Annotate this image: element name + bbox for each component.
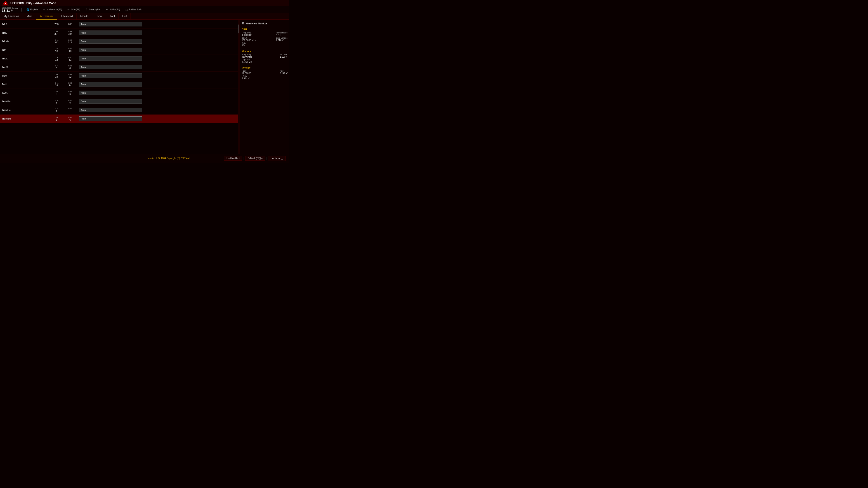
nav-tool[interactable]: Tool [106,13,119,20]
favorite-icon: ☆ [43,8,46,11]
toolbar-aura-btn[interactable]: ✦ AURA(F4) [104,8,121,12]
voltage-33v-label: +3.3V [242,75,249,77]
table-row[interactable]: TwtrLCHA24CHB24Auto [0,80,238,89]
row-cha: CHA1 [50,106,63,114]
row-cha: CHA6 [50,114,63,123]
row-name: Trtp [0,46,50,54]
row-value[interactable]: Auto [77,97,238,106]
row-value[interactable]: Auto [77,37,238,46]
row-cha: 708 [50,20,63,29]
table-row[interactable]: TwtrSCHA6CHB6Auto [0,89,238,97]
svg-rect-2 [5,3,6,4]
row-cha: CHA312 [50,37,63,46]
row-value[interactable]: Auto [77,20,238,29]
row-chb: CHB32 [63,71,77,80]
table-row[interactable]: TrtpCHA18CHB18Auto [0,46,238,54]
row-value[interactable]: Auto [77,29,238,37]
nav-boot[interactable]: Boot [93,13,106,20]
footer: Version 2.22.1284 Copyright (C) 2022 AMI… [0,154,289,163]
toolbar-myfavorite-btn[interactable]: ☆ MyFavorite(F3) [42,8,63,12]
row-value[interactable]: Auto [77,71,238,80]
table-row[interactable]: TrdrdSdCHA6CHB6Auto [0,114,238,123]
table-row[interactable]: TrrdSCHA8CHB8Auto [0,63,238,71]
globe-icon: 🌐 [26,8,29,11]
hardware-monitor-panel: 🖥 Hardware Monitor CPU Frequency 4500 MH… [240,20,289,154]
nav-aitweaker[interactable]: Ai Tweaker [36,13,57,20]
memory-capacity-label: Capacity [242,59,252,61]
nav-favorites[interactable]: My Favorites [0,13,23,20]
row-value[interactable]: Auto [77,106,238,114]
settings-table-container: Trfc1708708AutoTrfc2CHA384CHB384AutoTrfc… [0,20,238,154]
voltage-33v-value: 3.344 V [242,77,249,80]
voltage-5v-label: +5V [280,70,287,72]
table-row[interactable]: TfawCHA32CHB32Auto [0,71,238,80]
cpu-frequency-row: Frequency 4500 MHz Temperature 17°C [242,32,287,36]
header-title: UEFI BIOS Utility – Advanced Mode [10,2,287,5]
cpu-ratio-row: Ratio 45x [242,42,287,47]
memory-mc-volt-value: 1.120 V [280,56,287,58]
row-cha: CHA24 [50,80,63,89]
monitor-screen-icon: 🖥 [242,22,245,25]
cpu-memory-divider [242,48,287,48]
row-chb: CHB312 [63,37,77,46]
row-value[interactable]: Auto [77,89,238,97]
scroll-thumb [239,24,239,33]
hot-keys-btn[interactable]: Hot Keys ? [268,156,286,161]
row-cha: CHA12 [50,54,63,63]
hw-monitor-header: 🖥 Hardware Monitor [242,22,287,26]
row-name: TwtrS [0,89,50,97]
row-cha: CHA384 [50,29,63,37]
row-value[interactable]: Auto [77,54,238,63]
row-name: Trfcsb [0,37,50,46]
toolbar-resize-btn[interactable]: ⬚ ReSize BAR [124,8,143,12]
nav-main[interactable]: Main [23,13,36,20]
ez-mode-btn[interactable]: EzMode(F7)|→ [245,156,266,161]
settings-table: Trfc1708708AutoTrfc2CHA384CHB384AutoTrfc… [0,20,238,123]
nav-monitor[interactable]: Monitor [76,13,93,20]
nav-advanced[interactable]: Advanced [57,13,76,20]
memory-frequency-value: 4800 MHz [242,56,252,58]
rog-logo [2,1,8,5]
row-chb: 708 [63,20,77,29]
row-value[interactable]: Auto [77,46,238,54]
row-value[interactable]: Auto [77,63,238,71]
search-icon: ? [85,8,88,11]
table-row[interactable]: Trfc1708708Auto [0,20,238,29]
cpu-ratio-label: Ratio [242,42,246,44]
memory-frequency-label: Frequency [242,53,252,56]
gear-icon[interactable]: ⚙ [11,9,13,12]
row-name: TrrdS [0,63,50,71]
voltage-12v-label: +12V [242,70,251,72]
toolbar-search-btn[interactable]: ? Search(F9) [84,8,101,12]
row-value[interactable]: Auto [77,80,238,89]
toolbar: 12/25/2022 Sunday 18:31 ⚙ | 🌐 English ☆ … [0,6,289,13]
voltage-33v-row: +3.3V 3.344 V [242,75,287,80]
cpu-ratio-value: 45x [242,44,246,47]
toolbar-qfan-btn[interactable]: ⟳ Qfan(F6) [66,8,81,12]
footer-buttons: Last Modified | EzMode(F7)|→ | Hot Keys … [224,156,286,161]
table-row[interactable]: TrdrdSclCHA5CHB5Auto [0,97,238,106]
memory-mc-volt-label: MC Volt [280,53,287,56]
table-row[interactable]: TrfcsbCHA312CHB312Auto [0,37,238,46]
row-chb: CHB24 [63,80,77,89]
nav-exit[interactable]: Exit [119,13,131,20]
hotkey-icon: ? [281,157,283,160]
table-row[interactable]: Trfc2CHA384CHB384Auto [0,29,238,37]
memory-capacity-row: Capacity 32768 MB [242,59,287,63]
content-area: Trfc1708708AutoTrfc2CHA384CHB384AutoTrfc… [0,20,238,154]
cpu-core-voltage-value: 1.216 V [276,39,287,41]
scrollbar[interactable] [238,20,240,154]
voltage-12v-value: 12.076 V [242,72,251,74]
table-row[interactable]: TrrdLCHA12CHB12Auto [0,54,238,63]
cpu-temperature-value: 17°C [276,34,287,36]
table-row[interactable]: TrdrdScCHA1CHB1Auto [0,106,238,114]
footer-version: Version 2.22.1284 Copyright (C) 2022 AMI [114,157,224,160]
row-cha: CHA6 [50,89,63,97]
toolbar-english-btn[interactable]: 🌐 English [25,8,39,12]
resize-icon: ⬚ [125,8,128,11]
row-cha: CHA5 [50,97,63,106]
row-name: Tfaw [0,71,50,80]
last-modified-btn[interactable]: Last Modified [224,156,242,161]
row-chb: CHB6 [63,89,77,97]
row-value[interactable]: Auto [77,114,238,123]
